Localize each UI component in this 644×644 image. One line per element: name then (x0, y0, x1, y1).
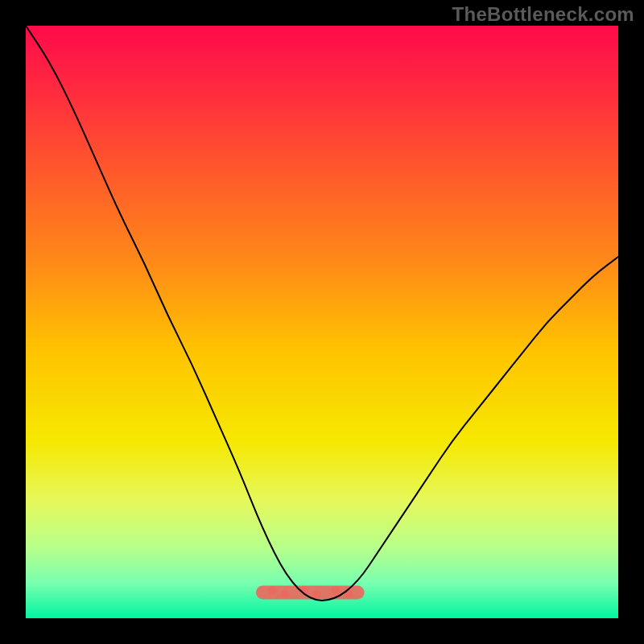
plot-area (26, 26, 618, 618)
svg-point-4 (312, 590, 321, 599)
chart-frame: TheBottleneck.com (0, 0, 644, 644)
svg-point-5 (331, 586, 340, 595)
svg-point-1 (268, 586, 277, 595)
plot-svg (26, 26, 618, 618)
svg-point-2 (280, 590, 289, 599)
watermark-text: TheBottleneck.com (452, 3, 634, 26)
gradient-background (26, 26, 618, 618)
